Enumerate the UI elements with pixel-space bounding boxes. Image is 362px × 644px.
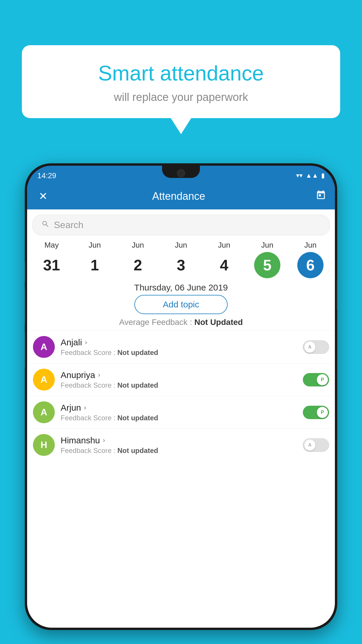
date-item-1[interactable]: Jun1 [76, 241, 114, 278]
date-day-number: 1 [82, 252, 108, 278]
calendar-icon[interactable] [316, 190, 326, 203]
student-info: Arjun ›Feedback Score : Not updated [61, 403, 303, 422]
date-day-number: 6 [297, 252, 324, 278]
speech-bubble-subtitle: will replace your paperwork [39, 91, 323, 104]
student-feedback-score: Feedback Score : Not updated [61, 381, 303, 389]
toggle-knob: A [304, 342, 315, 353]
phone-notch [162, 166, 200, 178]
date-month-label: Jun [89, 241, 101, 250]
date-day-number: 3 [168, 252, 194, 278]
power-button [337, 280, 337, 309]
student-item[interactable]: AAnupriya ›Feedback Score : Not updatedP [30, 363, 332, 396]
date-month-label: Jun [261, 241, 273, 250]
close-button[interactable]: ✕ [36, 190, 50, 202]
student-item[interactable]: AAnjali ›Feedback Score : Not updatedA [30, 330, 332, 363]
search-bar[interactable]: Search [32, 215, 330, 235]
student-list: AAnjali ›Feedback Score : Not updatedAAA… [27, 330, 335, 461]
student-info: Himanshu ›Feedback Score : Not updated [61, 435, 303, 455]
battery-icon: ▮ [321, 172, 325, 179]
chevron-icon: › [103, 437, 105, 444]
student-feedback-score: Feedback Score : Not updated [61, 349, 303, 357]
front-camera [177, 169, 185, 177]
toggle-knob: P [317, 374, 328, 385]
student-avatar: A [33, 401, 55, 423]
speech-bubble-container: Smart attendance will replace your paper… [22, 45, 340, 134]
speech-bubble: Smart attendance will replace your paper… [22, 45, 340, 118]
student-item[interactable]: HHimanshu ›Feedback Score : Not updatedA [30, 428, 332, 461]
app-content: ✕ Attendance Search [27, 183, 335, 628]
date-item-5[interactable]: Jun5 [248, 241, 286, 278]
date-month-label: Jun [304, 241, 317, 250]
student-item[interactable]: AArjun ›Feedback Score : Not updatedP [30, 396, 332, 428]
student-name: Anupriya › [61, 370, 303, 380]
search-icon [41, 220, 50, 230]
speech-bubble-arrow [171, 118, 191, 134]
status-icons: ▾▾ ▲▲ ▮ [296, 169, 325, 179]
app-header: ✕ Attendance [27, 183, 335, 209]
student-avatar: H [33, 434, 55, 456]
date-month-label: Jun [175, 241, 187, 250]
attendance-toggle[interactable]: A [303, 438, 329, 452]
student-avatar: A [33, 336, 55, 358]
date-item-2[interactable]: Jun2 [119, 241, 157, 278]
date-month-label: Jun [218, 241, 230, 250]
date-day-number: 4 [211, 252, 237, 278]
student-name: Himanshu › [61, 435, 303, 445]
date-picker: May31Jun1Jun2Jun3Jun4Jun5Jun6 [27, 238, 335, 280]
chevron-icon: › [84, 404, 86, 412]
wifi-icon: ▾▾ [296, 172, 303, 179]
attendance-toggle[interactable]: A [303, 340, 329, 354]
volume-down-button [25, 332, 25, 368]
volume-up-button [25, 289, 25, 324]
app-title: Attendance [50, 190, 307, 202]
date-month-label: Jun [132, 241, 144, 250]
avg-feedback: Average Feedback : Not Updated [27, 318, 335, 327]
student-info: Anupriya ›Feedback Score : Not updated [61, 370, 303, 389]
date-day-number: 5 [254, 252, 280, 278]
signal-icon: ▲▲ [305, 172, 318, 179]
avg-feedback-label: Average Feedback : [119, 318, 194, 327]
date-item-3[interactable]: Jun3 [162, 241, 200, 278]
chevron-icon: › [98, 371, 100, 379]
date-item-6[interactable]: Jun6 [291, 241, 329, 278]
attendance-toggle[interactable]: P [303, 406, 329, 419]
date-item-4[interactable]: Jun4 [205, 241, 243, 278]
avg-feedback-value: Not Updated [194, 318, 243, 327]
chevron-icon: › [85, 339, 87, 346]
selected-date-display: Thursday, 06 June 2019 [27, 283, 335, 293]
mute-button [25, 262, 25, 281]
toggle-knob: P [317, 407, 328, 418]
student-feedback-score: Feedback Score : Not updated [61, 414, 303, 422]
student-feedback-score: Feedback Score : Not updated [61, 447, 303, 455]
student-info: Anjali ›Feedback Score : Not updated [61, 337, 303, 357]
student-name: Anjali › [61, 337, 303, 347]
student-name: Arjun › [61, 403, 303, 413]
date-day-number: 2 [125, 252, 151, 278]
date-item-0[interactable]: May31 [33, 241, 71, 278]
student-avatar: A [33, 369, 55, 391]
speech-bubble-title: Smart attendance [39, 61, 323, 85]
date-day-number: 31 [38, 252, 65, 278]
toggle-knob: A [304, 440, 315, 451]
phone-inner: 14:29 ▾▾ ▲▲ ▮ ✕ Attendance [27, 166, 335, 628]
date-month-label: May [44, 241, 59, 250]
status-time: 14:29 [37, 169, 56, 180]
phone-frame: 14:29 ▾▾ ▲▲ ▮ ✕ Attendance [25, 163, 337, 630]
attendance-toggle[interactable]: P [303, 373, 329, 386]
add-topic-button[interactable]: Add topic [134, 295, 228, 314]
search-placeholder: Search [54, 220, 83, 230]
